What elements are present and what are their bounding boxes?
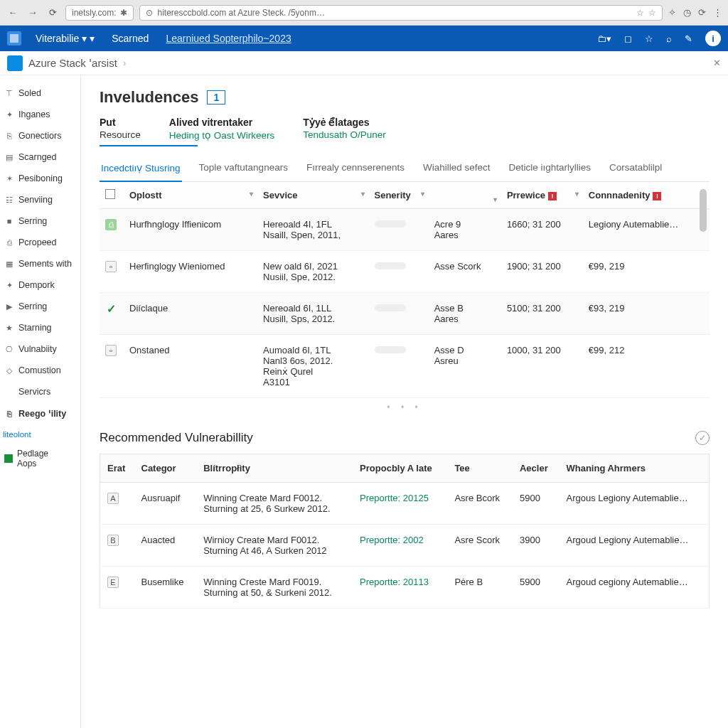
user-avatar[interactable]: i bbox=[705, 31, 721, 46]
chevron-down-icon[interactable]: ▾ bbox=[493, 196, 497, 203]
sidebar-item-10[interactable]: ▶Serring bbox=[0, 296, 80, 317]
chevron-down-icon[interactable]: ▾ bbox=[361, 190, 365, 198]
sidebar-item-13[interactable]: ◇Comustion bbox=[0, 360, 80, 381]
ext-icon[interactable]: ✧ bbox=[668, 7, 676, 18]
rec-col-header-4[interactable]: Tee bbox=[447, 454, 513, 483]
sidebar-item-8[interactable]: ▦Sements with bbox=[0, 253, 80, 274]
address-bar[interactable]: ⊙ hiteresccbold.com at Azure Steck. /5yo… bbox=[139, 5, 663, 21]
filter-0[interactable]: PutResource bbox=[100, 117, 141, 141]
cell-asset: Asse D Asreu bbox=[429, 335, 501, 398]
filter-value: Tendusath O/Puner bbox=[303, 129, 385, 140]
section2-check-icon[interactable]: ✓ bbox=[695, 431, 710, 445]
table-row[interactable]: ✓ Diíclaque Nereoald 6I, 1LL Nusill, Sps… bbox=[100, 293, 710, 335]
chrome-toolbar-right: ✧ ◷ ⟳ ⋮ bbox=[668, 7, 722, 18]
filter-2[interactable]: Tẏyė ểlatagesTendusath O/Puner bbox=[303, 117, 385, 141]
sidebar-item-14[interactable]: Servicrs bbox=[0, 381, 80, 402]
scrollbar-thumb[interactable] bbox=[700, 189, 707, 232]
edit-icon[interactable]: ✎ bbox=[685, 33, 692, 44]
rec-col-header-5[interactable]: Aecler bbox=[513, 454, 559, 483]
header-tab-learned[interactable]: Learniued Sopterphilo~2023 bbox=[163, 33, 294, 44]
rec-table-row[interactable]: E Busemlike Winning Creste Mard F0019. S… bbox=[100, 567, 710, 609]
refresh2-icon[interactable]: ⟳ bbox=[698, 7, 706, 18]
sidebar-item-2[interactable]: ⎘Gonectiors bbox=[0, 125, 80, 146]
col-header-3[interactable]: Senerity▾ bbox=[369, 182, 429, 209]
col-header-2[interactable]: Sevvice▾ bbox=[257, 182, 368, 209]
rec-col-header-0[interactable]: Erat bbox=[100, 454, 134, 483]
cell-severity bbox=[369, 293, 429, 335]
subtab-1[interactable]: Tople vaftutangnears bbox=[198, 155, 289, 181]
close-blade-button[interactable]: ✕ bbox=[713, 58, 721, 68]
col-header-0[interactable] bbox=[100, 182, 124, 209]
filter-label: Alived vitrentaker bbox=[169, 117, 275, 128]
sidebar-item-label: Vulnabiity bbox=[18, 344, 57, 354]
rec-cell-tee: Asre Bcork bbox=[447, 483, 513, 525]
header-tab-label: Scarned bbox=[112, 33, 149, 44]
subtab-2[interactable]: Fırrealy cennserenents bbox=[305, 155, 406, 181]
sidebar-item-9[interactable]: ✦Dempork bbox=[0, 274, 80, 296]
menu-icon[interactable]: ⋮ bbox=[713, 7, 722, 18]
sidebar-item-3[interactable]: ▤Scarnged bbox=[0, 146, 80, 168]
notification-icon[interactable]: ◻ bbox=[624, 33, 632, 44]
select-all-checkbox[interactable] bbox=[105, 189, 115, 199]
subtab-4[interactable]: Deticle iıghtarlyllies bbox=[508, 155, 593, 181]
rec-cell-wh: Argous Legiony Autemablie… bbox=[559, 483, 709, 525]
row-status-icon: ⎙ bbox=[105, 219, 117, 230]
header-tab-scarned[interactable]: Scarned bbox=[109, 33, 151, 44]
col-header-5[interactable]: Prrewice!▾ bbox=[501, 182, 583, 209]
chevron-down-icon[interactable]: ▾ bbox=[250, 190, 253, 198]
chevron-down-icon[interactable]: ▾ bbox=[575, 190, 579, 198]
cell-severity bbox=[369, 251, 429, 293]
pager-dots[interactable]: • • • bbox=[100, 398, 710, 417]
sidebar-package[interactable]: Pedlage Aops bbox=[0, 444, 80, 473]
col-header-4[interactable]: ▾ bbox=[429, 182, 501, 209]
search-icon[interactable]: ⌕ bbox=[666, 33, 672, 44]
favorite-icon[interactable]: ☆ bbox=[645, 33, 653, 44]
bookmark-star2-icon[interactable]: ☆ bbox=[648, 8, 656, 18]
table-row[interactable]: ▫ Onstaned Aumoald 6I, 1TL Nanl3 6os, 20… bbox=[100, 335, 710, 398]
table-scrollbar[interactable] bbox=[700, 182, 707, 417]
subtab-3[interactable]: Wiahilled sefect bbox=[422, 155, 492, 181]
header-tab-viterabilie[interactable]: Viterabilie ▾ ▾ bbox=[33, 33, 97, 44]
sidebar-item-11[interactable]: ★Starning bbox=[0, 317, 80, 338]
breadcrumb-bar: Azure Stack ꞌarsist › ✕ bbox=[0, 51, 728, 75]
sidebar-group-rego[interactable]: ⎘ Reego ꞌility bbox=[0, 402, 80, 424]
bookmark-star-icon[interactable]: ☆ bbox=[636, 8, 644, 18]
rec-col-header-2[interactable]: Blítrropłìty bbox=[196, 454, 353, 483]
subtab-0[interactable]: Incedctiıṿ Stusring bbox=[100, 155, 182, 182]
col-header-1[interactable]: Oplostt▾ bbox=[124, 182, 257, 209]
col-header-6[interactable]: Connnadenity!▾ bbox=[583, 182, 710, 209]
briefcase-icon[interactable]: 🗀▾ bbox=[597, 33, 611, 44]
table-row[interactable]: ▫ Herfinglogy Wieniomed New oald 6I, 202… bbox=[100, 251, 710, 293]
app-logo-icon[interactable] bbox=[7, 31, 21, 46]
sidebar-icon: ⊤ bbox=[4, 88, 14, 98]
sidebar-item-7[interactable]: ⎙Pcropeed bbox=[0, 232, 80, 253]
section2-title: Recommended Vulnerabillity bbox=[100, 431, 253, 445]
sidebar-item-12[interactable]: ⎔Vulnabiity bbox=[0, 338, 80, 360]
table-row[interactable]: ⎙ Hurfhnglogy Iffienicom Hereoald 4I, 1F… bbox=[100, 209, 710, 251]
reload-button[interactable]: ⟳ bbox=[46, 6, 60, 20]
sidebar-sublink[interactable]: liteolont bbox=[0, 424, 80, 444]
rec-col-header-6[interactable]: Whaning Ahrmers bbox=[559, 454, 709, 483]
chevron-down-icon[interactable]: ▾ bbox=[421, 190, 424, 198]
page-title-text: Inveludences bbox=[100, 88, 198, 107]
rec-col-header-1[interactable]: Categor bbox=[134, 454, 197, 483]
subtab-5[interactable]: Corsatablilpl bbox=[608, 155, 663, 181]
browser-tab-1[interactable]: inetsly.com: ✱ bbox=[65, 5, 134, 21]
sidebar-item-label: Senviing bbox=[18, 195, 53, 205]
rec-table-row[interactable]: B Auacted Wirnioy Create Mard F0012. Stu… bbox=[100, 525, 710, 567]
breadcrumb-text[interactable]: Azure Stack ꞌarsist bbox=[28, 57, 117, 70]
rec-col-header-3[interactable]: Propocbly A late bbox=[353, 454, 447, 483]
sidebar-item-1[interactable]: ✦Ihganes bbox=[0, 104, 80, 125]
filter-1[interactable]: Alived vitrentakerHeding tọ Oast Wirkeer… bbox=[169, 117, 275, 141]
sidebar-item-4[interactable]: ✶Pesiboning bbox=[0, 168, 80, 189]
filter-value: Resource bbox=[100, 129, 141, 140]
back-button[interactable]: ← bbox=[6, 6, 20, 20]
sidebar-item-6[interactable]: ■Serring bbox=[0, 210, 80, 232]
title-count-badge: 1 bbox=[207, 90, 225, 105]
forward-button[interactable]: → bbox=[26, 6, 40, 20]
clock-icon[interactable]: ◷ bbox=[683, 7, 691, 18]
sidebar-item-label: Sements with bbox=[18, 259, 72, 269]
sidebar-item-5[interactable]: ☷Senviing bbox=[0, 189, 80, 210]
sidebar-item-0[interactable]: ⊤Soled bbox=[0, 82, 80, 104]
rec-table-row[interactable]: A Ausruapif Winning Create Mard F0012. S… bbox=[100, 483, 710, 525]
